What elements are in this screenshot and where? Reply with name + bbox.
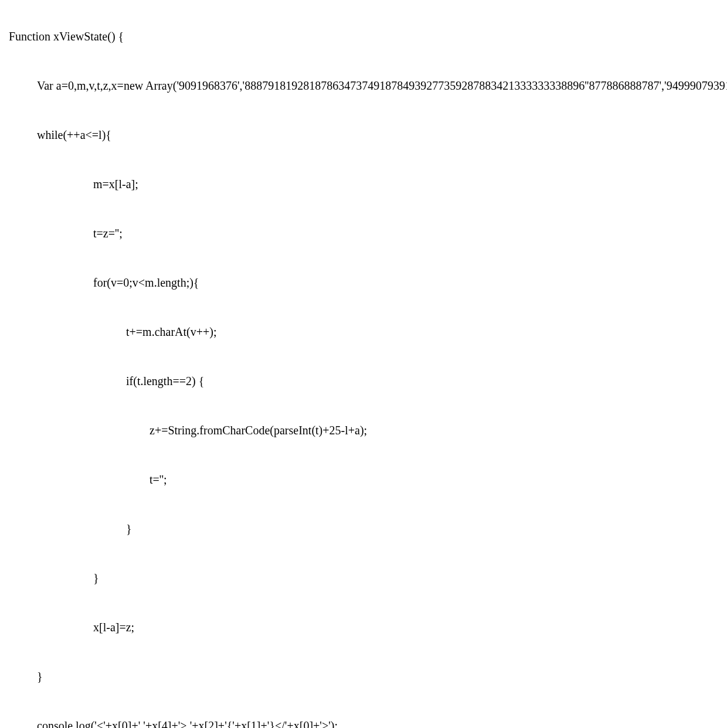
code-line: if(t.length==2) { [9, 373, 718, 389]
code-block: Function xViewState() { Var a=0,m,v,t,z,… [0, 0, 727, 728]
code-line: console.log('<'+x[0]+' '+x[4]+'>.'+x[2]+… [9, 717, 718, 728]
code-line: Function xViewState() { [9, 28, 718, 45]
code-line: z+=String.fromCharCode(parseInt(t)+25-l+… [9, 422, 718, 438]
code-line: Var a=0,m,v,t,z,x=new Array('9091968376'… [9, 77, 718, 94]
code-line: t+=m.charAt(v++); [9, 324, 718, 340]
code-line: t=''; [9, 471, 718, 488]
code-line: t=z=''; [9, 225, 718, 241]
code-line: x[l-a]=z; [9, 619, 718, 635]
code-line: } [9, 570, 718, 586]
code-line: while(++a<=l){ [9, 127, 718, 143]
code-line: } [9, 668, 718, 685]
code-line: for(v=0;v<m.length;){ [9, 274, 718, 291]
code-line: m=x[l-a]; [9, 176, 718, 192]
code-line: } [9, 521, 718, 537]
